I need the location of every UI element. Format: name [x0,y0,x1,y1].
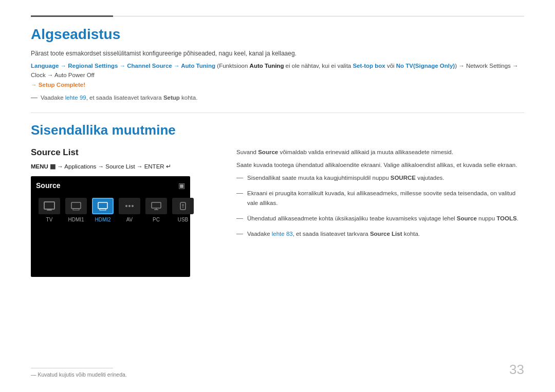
footer-section: — Kuvatud kujutis võib mudeliti erineda. [31,368,524,378]
right-note-4-item: — Ekraani ei pruugita korralikult kuvada… [236,189,524,211]
svg-rect-7 [152,202,161,208]
svg-rect-5 [98,202,107,209]
source-item-hdmi2-label: HDMI2 [95,217,110,222]
right-note-3: Sisendallikat saate muuta ka kaugjuhtimi… [247,173,445,183]
source-item-tv[interactable]: TV [38,198,61,222]
source-item-pc[interactable]: PC [145,198,168,222]
source-icon-hdmi1 [65,198,87,214]
nav-auto-tuning-bold: Auto Tuning [250,63,284,69]
source-icon-av [119,198,140,214]
usb-icon-svg [177,201,189,211]
source-bold-3: Source [457,215,477,221]
two-col-layout: Source List MENU ▦ → Applications → Sour… [31,147,524,277]
right-note-6: Vaadake lehte 83, et saada lisateavet ta… [247,229,420,239]
source-item-usb[interactable]: USB [172,198,194,222]
note-link[interactable]: lehte 99 [65,95,86,101]
right-column: Suvand Source võimaldab valida erinevaid… [236,147,524,277]
svg-rect-0 [44,202,54,209]
nav-auto-tuning: → Auto Tuning [172,63,215,69]
section-divider [31,113,524,113]
algseadistus-title: Algseadistus [31,26,524,43]
source-list-bold: Source List [370,231,402,237]
source-item-tv-label: TV [46,217,53,222]
menu-path-rest: → Applications → Source List → ENTER ↵ [57,163,171,170]
top-line-light [113,16,524,16]
note-link-83[interactable]: lehte 83 [272,231,293,237]
top-decorative-lines [31,0,524,17]
note-dash-4: — [236,189,243,211]
left-column: Source List MENU ▦ → Applications → Sour… [31,147,216,277]
note-dash-6: — [236,230,243,242]
source-item-hdmi2[interactable]: HDMI2 [91,198,114,222]
source-bold-1: Source [258,149,278,155]
note-dash-5: — [236,214,243,227]
source-ui-header: Source ▣ [36,181,185,190]
right-note-5: Ühendatud allikaseadmete kohta üksikasja… [247,214,519,223]
source-list-title: Source List [31,147,216,158]
av-icon-dots [125,205,134,207]
sisendallika-section: Sisendallika muutmine Source List MENU ▦… [31,122,524,277]
tv-icon-svg [44,201,55,211]
source-ui-mockup: Source ▣ [31,176,190,277]
right-note-2: Saate kuvada tootega ühendatud allikaloe… [236,160,524,170]
sisendallika-title: Sisendallika muutmine [31,122,524,138]
note-line: — Vaadake lehte 99, et saada lisateavet … [31,92,524,103]
note-dash-3: — [236,174,243,186]
footer-divider [31,368,113,368]
source-ui-title: Source [36,181,60,190]
nav-set-top-box: Set-top box [353,63,385,69]
page-container: Algseadistus Pärast toote esmakordset si… [0,0,555,392]
source-icon-usb [172,198,194,214]
source-item-hdmi1-label: HDMI1 [68,217,84,222]
menu-icon-label: MENU ▦ [31,163,55,170]
page-number: 33 [509,362,524,378]
source-item-av[interactable]: AV [118,198,141,222]
nav-path: Language → Regional Settings → Channel S… [31,61,524,89]
source-items-list: TV HDMI1 [36,195,185,226]
algseadistus-section: Algseadistus Pärast toote esmakordset si… [31,26,524,103]
source-item-av-label: AV [126,217,133,222]
note-text: Vaadake lehte 99, et saada lisateavet ta… [41,95,197,101]
top-line-dark [31,15,113,17]
intro-text: Pärast toote esmakordset sisselülitamist… [31,50,524,57]
svg-rect-4 [73,209,79,210]
right-note-3-item: — Sisendallikat saate muuta ka kaugjuhti… [236,173,524,186]
nav-channel-source: Channel Source [127,63,172,69]
hdmi1-icon-svg [70,201,82,211]
right-note-5-item: — Ühendatud allikaseadmete kohta üksikas… [236,214,524,227]
av-dot-3 [132,205,134,207]
svg-rect-3 [71,202,81,209]
source-icon-hdmi2 [92,198,114,214]
source-bold-2: SOURCE [391,175,416,181]
source-ui-bottom-space [36,226,185,272]
right-note-1: Suvand Source võimaldab valida erinevaid… [236,147,524,157]
note-dash: — [31,92,38,103]
right-note-4: Ekraani ei pruugita korralikult kuvada, … [247,189,524,208]
nav-language: Language → Regional Settings → [31,63,127,69]
source-item-usb-label: USB [178,217,189,222]
footer-note: — Kuvatud kujutis võib mudeliti erineda. [31,371,524,378]
source-ui-menu-icon: ▣ [178,181,185,190]
source-icon-tv [39,198,60,214]
right-note-6-item: — Vaadake lehte 83, et saada lisateavet … [236,229,524,242]
svg-rect-6 [100,209,106,210]
note-bold: Setup [163,95,180,101]
hdmi2-icon-svg [97,201,108,211]
tools-bold: TOOLS [496,215,516,221]
nav-setup-complete: → Setup Complete! [31,82,85,88]
menu-path: MENU ▦ → Applications → Source List → EN… [31,163,216,170]
av-dot-1 [125,205,127,207]
source-item-pc-label: PC [153,217,160,222]
source-icon-pc [145,198,167,214]
pc-icon-svg [151,201,162,211]
av-dot-2 [128,205,131,207]
nav-no-tv: No TV(Signage Only) [396,63,455,69]
source-item-hdmi1[interactable]: HDMI1 [65,198,87,222]
